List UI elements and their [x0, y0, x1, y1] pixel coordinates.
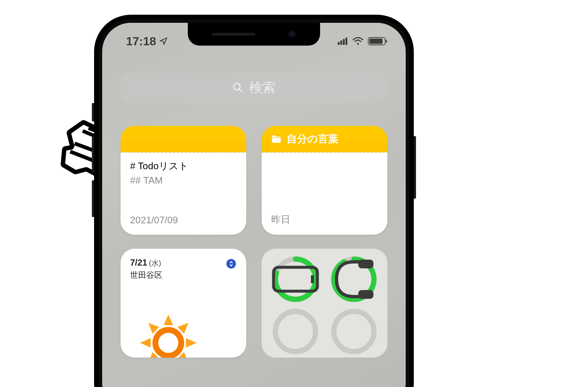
folder-icon	[271, 135, 282, 143]
widget-weather[interactable]: 7/21 (水) 世田谷区	[121, 249, 246, 358]
svg-marker-11	[140, 338, 151, 348]
svg-rect-15	[273, 267, 317, 291]
note-title: # Todoリスト	[130, 160, 237, 173]
battery-ring-extra2	[330, 308, 378, 355]
volume-up-button[interactable]	[92, 136, 94, 173]
battery-ring-extra1	[272, 308, 319, 355]
power-button[interactable]	[414, 136, 416, 199]
svg-marker-6	[178, 320, 191, 334]
widget-notes-todo[interactable]: # Todoリスト ## TAM 2021/07/09	[121, 126, 246, 235]
weather-day: (水)	[149, 259, 161, 267]
phone-icon	[272, 255, 319, 303]
note-folder-label: 自分の言葉	[287, 132, 338, 146]
battery-icon	[368, 37, 386, 45]
svg-rect-20	[358, 260, 373, 269]
sun-icon	[139, 313, 198, 358]
headphones-icon	[330, 255, 378, 303]
battery-ring-phone	[272, 255, 319, 303]
cellular-icon	[338, 38, 348, 45]
svg-point-21	[275, 311, 315, 351]
search-placeholder: 検索	[249, 79, 276, 97]
weather-date: 7/21	[130, 258, 147, 267]
svg-point-0	[357, 43, 359, 45]
weather-location: 世田谷区	[130, 270, 237, 281]
svg-rect-19	[358, 290, 373, 299]
mute-switch[interactable]	[92, 103, 94, 121]
wifi-icon	[352, 37, 363, 45]
search-input[interactable]: 検索	[121, 72, 387, 103]
widget-notes-folder[interactable]: 自分の言葉 昨日	[262, 126, 387, 235]
widget-batteries[interactable]	[262, 249, 387, 358]
svg-line-2	[239, 89, 242, 92]
note-subtitle: ## TAM	[130, 175, 237, 186]
svg-marker-7	[186, 338, 197, 348]
svg-marker-12	[145, 320, 159, 334]
svg-point-22	[334, 311, 374, 351]
location-icon	[159, 37, 168, 46]
search-icon	[232, 82, 243, 93]
app-badge-icon	[226, 259, 236, 269]
svg-point-4	[155, 330, 181, 356]
phone-frame: 17:18	[94, 15, 414, 387]
svg-marker-5	[164, 315, 173, 325]
status-time: 17:18	[126, 35, 156, 48]
screen: 17:18	[102, 23, 406, 387]
status-bar: 17:18	[102, 34, 406, 49]
note-date: 2021/07/09	[130, 214, 178, 226]
volume-down-button[interactable]	[92, 180, 94, 217]
svg-rect-3	[272, 137, 281, 138]
note-date: 昨日	[271, 213, 290, 226]
battery-ring-headphones	[330, 255, 378, 303]
